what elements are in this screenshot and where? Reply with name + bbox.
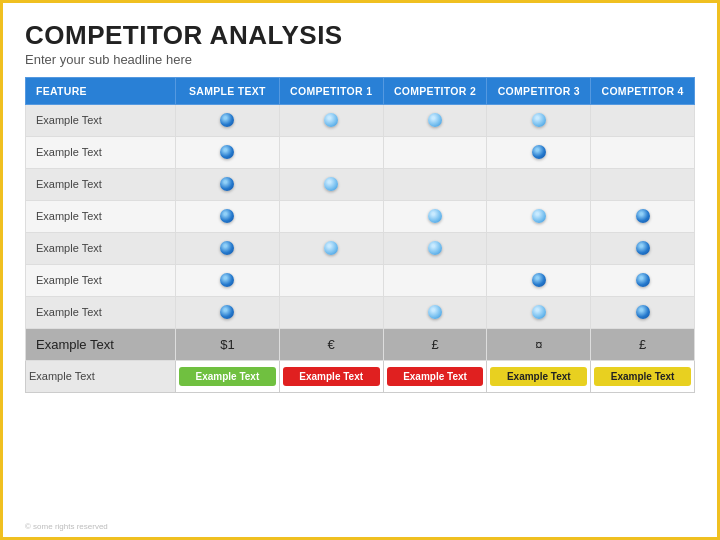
cell-r7-c0: Example Text [26, 328, 176, 360]
cell-r3-c1 [176, 200, 280, 232]
header-col-1: SAMPLE TEXT [176, 77, 280, 104]
cell-r0-c2 [279, 104, 383, 136]
cell-r1-c2 [279, 136, 383, 168]
cell-r5-c3 [383, 264, 487, 296]
ball-light-icon [532, 209, 546, 223]
ball-light-icon [324, 113, 338, 127]
slide: COMPETITOR ANALYSIS Enter your sub headl… [0, 0, 720, 540]
cell-r7-c3: £ [383, 328, 487, 360]
cell-r8-c4: Example Text [487, 360, 591, 392]
cell-r8-c0: Example Text [26, 360, 176, 392]
ball-light-icon [532, 305, 546, 319]
ball-icon [220, 145, 234, 159]
header-col-5: COMPETITOR 4 [591, 77, 695, 104]
ball-icon [636, 273, 650, 287]
cell-r8-c5: Example Text [591, 360, 695, 392]
ball-light-icon [324, 241, 338, 255]
cell-r1-c1 [176, 136, 280, 168]
cell-r5-c0: Example Text [26, 264, 176, 296]
cell-r8-c1: Example Text [176, 360, 280, 392]
cell-r2-c3 [383, 168, 487, 200]
cell-r4-c3 [383, 232, 487, 264]
ball-light-icon [428, 241, 442, 255]
colored-label-red-3: Example Text [387, 367, 484, 386]
cell-r0-c5 [591, 104, 695, 136]
cell-r4-c1 [176, 232, 280, 264]
header-col-4: COMPETITOR 3 [487, 77, 591, 104]
cell-r3-c2 [279, 200, 383, 232]
ball-icon [532, 145, 546, 159]
cell-r0-c1 [176, 104, 280, 136]
cell-r0-c3 [383, 104, 487, 136]
ball-icon [532, 273, 546, 287]
ball-icon [636, 241, 650, 255]
cell-r5-c2 [279, 264, 383, 296]
cell-r6-c1 [176, 296, 280, 328]
ball-light-icon [324, 177, 338, 191]
ball-icon [220, 177, 234, 191]
cell-r2-c0: Example Text [26, 168, 176, 200]
header-col-0: FEATURE [26, 77, 176, 104]
cell-r6-c4 [487, 296, 591, 328]
cell-r2-c5 [591, 168, 695, 200]
header-col-3: COMPETITOR 2 [383, 77, 487, 104]
footer-text: © some rights reserved [25, 522, 108, 531]
colored-label-green-1: Example Text [179, 367, 276, 386]
page-subtitle: Enter your sub headline here [25, 52, 695, 67]
cell-r4-c5 [591, 232, 695, 264]
ball-light-icon [428, 305, 442, 319]
cell-r6-c2 [279, 296, 383, 328]
ball-light-icon [428, 113, 442, 127]
ball-icon [220, 241, 234, 255]
cell-r6-c3 [383, 296, 487, 328]
cell-r7-c2: € [279, 328, 383, 360]
colored-label-yellow-5: Example Text [594, 367, 691, 386]
cell-r8-c2: Example Text [279, 360, 383, 392]
cell-r2-c4 [487, 168, 591, 200]
cell-r7-c5: £ [591, 328, 695, 360]
ball-icon [220, 273, 234, 287]
cell-r8-c3: Example Text [383, 360, 487, 392]
ball-icon [636, 209, 650, 223]
ball-light-icon [532, 113, 546, 127]
cell-r4-c2 [279, 232, 383, 264]
cell-r7-c1: $1 [176, 328, 280, 360]
cell-r1-c4 [487, 136, 591, 168]
cell-r5-c1 [176, 264, 280, 296]
cell-r1-c3 [383, 136, 487, 168]
colored-label-red-2: Example Text [283, 367, 380, 386]
ball-icon [220, 113, 234, 127]
cell-r2-c1 [176, 168, 280, 200]
ball-icon [220, 305, 234, 319]
ball-icon [636, 305, 650, 319]
cell-r3-c4 [487, 200, 591, 232]
cell-r1-c0: Example Text [26, 136, 176, 168]
cell-r5-c5 [591, 264, 695, 296]
cell-r7-c4: ¤ [487, 328, 591, 360]
cell-r4-c4 [487, 232, 591, 264]
cell-r3-c5 [591, 200, 695, 232]
colored-label-yellow-4: Example Text [490, 367, 587, 386]
cell-r2-c2 [279, 168, 383, 200]
ball-light-icon [428, 209, 442, 223]
cell-r6-c5 [591, 296, 695, 328]
ball-icon [220, 209, 234, 223]
cell-r6-c0: Example Text [26, 296, 176, 328]
cell-r4-c0: Example Text [26, 232, 176, 264]
comparison-table: FEATURESAMPLE TEXTCOMPETITOR 1COMPETITOR… [25, 77, 695, 393]
cell-r3-c0: Example Text [26, 200, 176, 232]
cell-r3-c3 [383, 200, 487, 232]
page-title: COMPETITOR ANALYSIS [25, 21, 695, 50]
cell-r5-c4 [487, 264, 591, 296]
cell-r1-c5 [591, 136, 695, 168]
cell-r0-c4 [487, 104, 591, 136]
header-col-2: COMPETITOR 1 [279, 77, 383, 104]
cell-r0-c0: Example Text [26, 104, 176, 136]
